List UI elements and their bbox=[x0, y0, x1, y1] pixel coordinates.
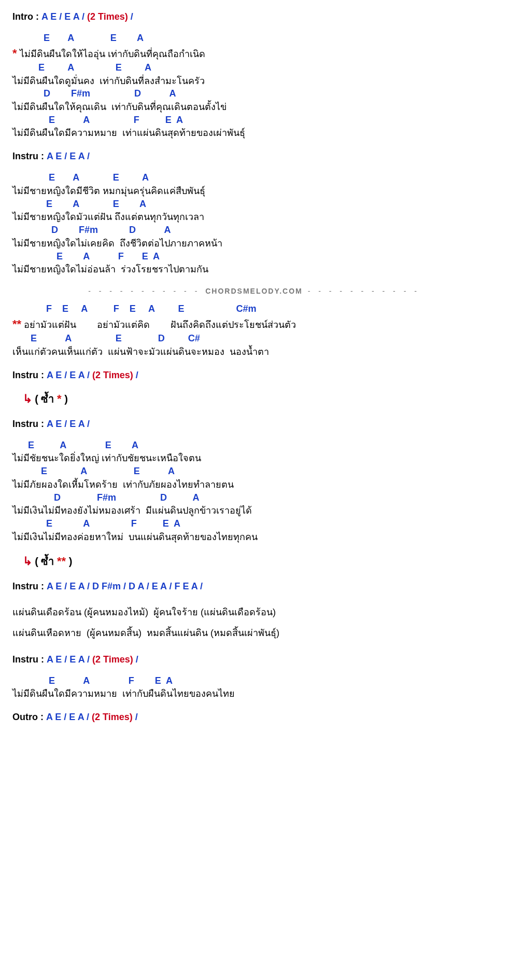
verse1-chords-1: E A E A bbox=[12, 33, 496, 44]
verse1-line1: ไม่มีดินผืนใดให้ไออุ่น เท่ากับดินที่คุณถ… bbox=[17, 49, 205, 59]
instru5-tail: / bbox=[136, 654, 138, 665]
chorus-lyrics-2: เห็นแก่ตัวคนเห็นแก่ตัว แผ่นฟ้าจะมัวแผ่นด… bbox=[12, 344, 496, 360]
repeat-arrow-icon-2: ↳ bbox=[12, 555, 32, 568]
verse2-chords-4: E A F E A bbox=[12, 251, 496, 263]
verse3-lyrics-1: ไม่มีชัยชนะใดยิ่งใหญ่ เท่ากับชัยชนะเหนือ… bbox=[12, 451, 496, 466]
instru1-label: Instru : bbox=[12, 151, 44, 161]
instru5-times: (2 Times) bbox=[92, 654, 133, 665]
instru2-label: Instru : bbox=[12, 370, 44, 380]
verse2-lyrics-3: ไม่มีชายหญิงใดไม่เคยคิด ถึงชีวิตต่อไปภาย… bbox=[12, 236, 496, 251]
outro-tail: / bbox=[135, 712, 138, 722]
instru4-chords: A E / E A / D F#m / D A / E A / F E A / bbox=[47, 581, 203, 591]
verse3-chords-2: E A E A bbox=[12, 466, 496, 477]
star-marker-1: * bbox=[12, 47, 17, 60]
ending-lyrics: ไม่มีดินผืนใดมีความหมาย เท่ากับผืนดินไทย… bbox=[12, 686, 496, 701]
divider: - - - - - - - - - - - CHORDSMELODY.COM -… bbox=[12, 286, 496, 297]
verse3-lyrics-4: ไม่มีเงินไม่มีทองค่อยหาใหม่ บนแผ่นดินสุด… bbox=[12, 530, 496, 545]
verse2-lyrics-4: ไม่มีชายหญิงใดไม่อ่อนล้า ร่วงโรยชราไปตาม… bbox=[12, 262, 496, 277]
verse1: E A E A * ไม่มีดินผืนใดให้ไออุ่น เท่ากับ… bbox=[12, 33, 496, 141]
instru2-chords: A E / E A / bbox=[47, 370, 90, 380]
instru4-label: Instru : bbox=[12, 581, 44, 591]
intro-times: (2 Times) bbox=[87, 11, 128, 22]
verse1-lyrics-4: ไม่มีดินผืนใดมีความหมาย เท่าแผ่นดินสุดท้… bbox=[12, 126, 496, 141]
divider-dashes-left: - - - - - - - - - - - bbox=[88, 287, 200, 295]
instru3-section: Instru : A E / E A / bbox=[12, 418, 496, 431]
instru5-section: Instru : A E / E A / (2 Times) / bbox=[12, 653, 496, 666]
divider-site: CHORDSMELODY.COM bbox=[205, 287, 303, 295]
verse3-chords-4: E A F E A bbox=[12, 518, 496, 530]
verse3-lyrics-3: ไม่มีเงินไม่มีทองยังไม่หมองเศร้า มีแผ่นด… bbox=[12, 503, 496, 518]
repeat1: ↳ ( ซ้ำ * ) bbox=[12, 391, 496, 407]
intro-tail: / bbox=[131, 11, 133, 22]
chorus-line1: อย่ามัวแต่ฝัน อย่ามัวแต่คิด ฝันถึงคิดถึง… bbox=[21, 320, 296, 330]
repeat-arrow-icon: ↳ bbox=[12, 392, 32, 405]
ending: E A F E A ไม่มีดินผืนใดมีความหมาย เท่ากั… bbox=[12, 675, 496, 701]
instru3-label: Instru : bbox=[12, 419, 44, 429]
repeat1-star: * bbox=[57, 392, 62, 405]
chorus-lyrics-1: ** อย่ามัวแต่ฝัน อย่ามัวแต่คิด ฝันถึงคิด… bbox=[12, 315, 496, 333]
repeat2: ↳ ( ซ้ำ ** ) bbox=[12, 554, 496, 570]
outro-chords: A E / E A / bbox=[46, 712, 89, 722]
instru5-chords: A E / E A / bbox=[47, 654, 90, 665]
bridge: แผ่นดินเดือดร้อน (ผู้คนหมองไหม้) ผู้คนใจ… bbox=[12, 602, 496, 643]
repeat2-text: ( ซ้ำ ** ) bbox=[35, 556, 72, 567]
verse2-chords-2: E A E A bbox=[12, 199, 496, 210]
verse1-chords-4: E A F E A bbox=[12, 115, 496, 126]
instru2-tail: / bbox=[136, 370, 138, 380]
intro-chords: A E / E A / bbox=[41, 11, 84, 22]
verse1-lyrics-3: ไม่มีดินผืนใดให้คุณเดิน เท่ากับดินที่คุณ… bbox=[12, 100, 496, 115]
outro-section: Outro : A E / E A / (2 Times) / bbox=[12, 711, 496, 724]
verse2-chords-3: D F#m D A bbox=[12, 225, 496, 236]
intro-section: Intro : A E / E A / (2 Times) / bbox=[12, 10, 496, 23]
verse3: E A E A ไม่มีชัยชนะใดยิ่งใหญ่ เท่ากับชัย… bbox=[12, 440, 496, 545]
verse3-chords-3: D F#m D A bbox=[12, 492, 496, 504]
chorus: F E A F E A E C#m ** อย่ามัวแต่ฝัน อย่าม… bbox=[12, 303, 496, 359]
repeat2-star: ** bbox=[57, 555, 66, 568]
verse1-chords-3: D F#m D A bbox=[12, 88, 496, 100]
verse2-lyrics-2: ไม่มีชายหญิงใดมัวแต่ฝัน ถึงแต่ตนทุกวันทุ… bbox=[12, 210, 496, 225]
verse2: E A E A ไม่มีชายหญิงใดมีชีวิต หมกมุ่นครุ… bbox=[12, 172, 496, 277]
repeat1-text: ( ซ้ำ * ) bbox=[35, 393, 68, 405]
verse3-chords-1: E A E A bbox=[12, 440, 496, 451]
verse2-lyrics-1: ไม่มีชายหญิงใดมีชีวิต หมกมุ่นครุ่นคิดแค่… bbox=[12, 184, 496, 199]
verse1-chords-2: E A E A bbox=[12, 62, 496, 74]
instru5-label: Instru : bbox=[12, 654, 44, 665]
instru1-chords: A E / E A / bbox=[47, 151, 90, 161]
verse2-chords-1: E A E A bbox=[12, 172, 496, 184]
instru2-times: (2 Times) bbox=[92, 370, 133, 380]
bridge-line-2: แผ่นดินเหือดหาย (ผู้คนหมดสิ้น) หมดสิ้นแผ… bbox=[12, 623, 496, 644]
intro-label: Intro : bbox=[12, 11, 39, 22]
chorus-chords-1: F E A F E A E C#m bbox=[12, 303, 496, 315]
divider-dashes-right: - - - - - - - - - - - bbox=[308, 287, 420, 295]
verse1-lyrics-2: ไม่มีดินผืนใดดูมั่นคง เท่ากับดินที่ลงสำม… bbox=[12, 74, 496, 89]
ending-chords: E A F E A bbox=[12, 675, 496, 687]
star-marker-2: ** bbox=[12, 318, 21, 330]
outro-times: (2 Times) bbox=[92, 712, 133, 722]
instru4-section: Instru : A E / E A / D F#m / D A / E A /… bbox=[12, 580, 496, 593]
verse3-lyrics-2: ไม่มีภัยผองใดเหี้มโหดร้าย เท่ากับภัยผองไ… bbox=[12, 477, 496, 492]
bridge-line-1: แผ่นดินเดือดร้อน (ผู้คนหมองไหม้) ผู้คนใจ… bbox=[12, 602, 496, 623]
instru2-section: Instru : A E / E A / (2 Times) / bbox=[12, 369, 496, 382]
instru1-section: Instru : A E / E A / bbox=[12, 150, 496, 163]
verse1-lyrics-1: * ไม่มีดินผืนใดให้ไออุ่น เท่ากับดินที่คุ… bbox=[12, 44, 496, 62]
chorus-chords-2: E A E D C# bbox=[12, 333, 496, 344]
outro-label: Outro : bbox=[12, 712, 44, 722]
instru3-chords: A E / E A / bbox=[47, 419, 90, 429]
